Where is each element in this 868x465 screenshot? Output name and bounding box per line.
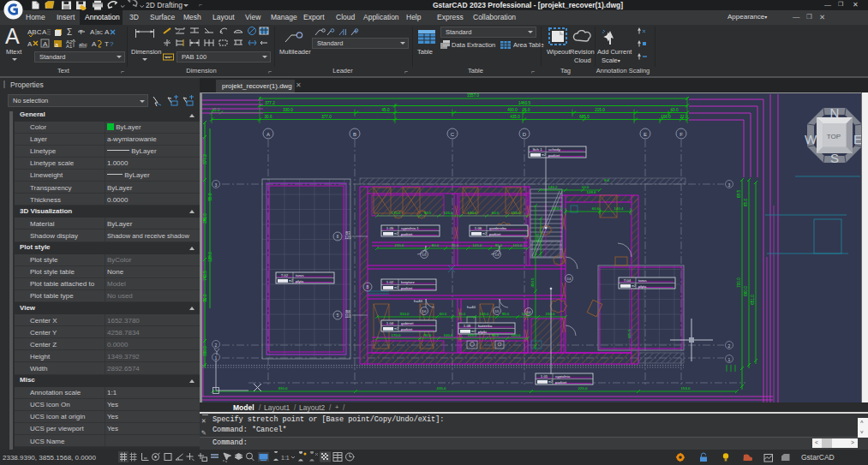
svg-text:100.0: 100.0 (512, 333, 522, 337)
svg-text:424.0: 424.0 (553, 206, 563, 211)
svg-text:8: 8 (355, 29, 357, 34)
svg-text:parkiet: parkiet (548, 153, 560, 158)
svg-text:377.2: 377.2 (203, 154, 207, 164)
svg-text:45.0: 45.0 (213, 108, 220, 112)
svg-text:95.0: 95.0 (502, 312, 510, 316)
svg-text:1:1: 1:1 (281, 455, 290, 461)
svg-text:E: E (644, 132, 647, 137)
svg-text:700.0: 700.0 (737, 277, 741, 288)
svg-text:377.2: 377.2 (265, 101, 275, 105)
svg-text:B: B (353, 132, 356, 137)
svg-text:A: A (27, 40, 33, 48)
svg-text:Sch 1: Sch 1 (532, 147, 542, 152)
svg-text:gabinet: gabinet (401, 321, 414, 325)
svg-text:105.0: 105.0 (444, 211, 454, 215)
svg-text:garderoba: garderoba (489, 226, 507, 230)
svg-text:m2: m2 (542, 153, 546, 157)
svg-text:170.0: 170.0 (392, 211, 402, 215)
svg-text:h=40: h=40 (467, 305, 476, 309)
svg-text:435.0: 435.0 (510, 115, 520, 119)
svg-text:płyta: płyta (296, 279, 304, 283)
svg-text:sypialnia 1: sypialnia 1 (401, 226, 419, 230)
svg-text:742.5: 742.5 (203, 271, 207, 281)
svg-text:105.0: 105.0 (468, 333, 478, 337)
svg-text:685.0: 685.0 (579, 115, 590, 119)
svg-text:105.0: 105.0 (480, 312, 490, 316)
svg-text:140.2: 140.2 (548, 185, 559, 189)
svg-text:3: 3 (728, 182, 731, 188)
svg-text:26.0: 26.0 (523, 108, 530, 112)
svg-text:1.04: 1.04 (386, 321, 394, 325)
svg-text:m2: m2 (482, 232, 487, 235)
svg-text:A: A (266, 132, 270, 137)
svg-text:377.0: 377.0 (321, 115, 332, 119)
svg-text:D6: D6 (422, 309, 427, 313)
svg-text:10.0: 10.0 (582, 185, 590, 189)
svg-text:B: B (366, 285, 368, 289)
svg-text:43.0: 43.0 (671, 108, 679, 112)
svg-text:1557.0: 1557.0 (467, 93, 479, 98)
svg-text:55.0: 55.0 (208, 193, 213, 200)
svg-text:330.0: 330.0 (203, 346, 207, 356)
svg-text:D: D (523, 132, 527, 137)
svg-text:sypialnia: sypialnia (555, 374, 571, 379)
svg-text:płytki: płytki (478, 330, 487, 334)
svg-text:108.6: 108.6 (587, 190, 597, 194)
svg-text:parkiet: parkiet (401, 232, 413, 236)
svg-text:1.06: 1.06 (475, 226, 482, 230)
svg-text:215.0: 215.0 (595, 108, 605, 112)
svg-text:119.5: 119.5 (536, 233, 540, 242)
svg-text:2: 2 (215, 343, 218, 348)
svg-text:105.0: 105.0 (473, 243, 483, 247)
svg-text:m2: m2 (632, 284, 636, 288)
svg-text:A: A (42, 28, 47, 36)
svg-text:BC: BC (97, 30, 103, 35)
svg-text:3: 3 (215, 182, 218, 188)
svg-text:taras: taras (296, 273, 305, 277)
svg-text:C: C (451, 132, 455, 137)
svg-text:łazienka: łazienka (478, 324, 493, 328)
svg-text:100.0: 100.0 (444, 333, 454, 337)
svg-text:110: 110 (344, 314, 351, 319)
svg-text:N: N (830, 105, 840, 120)
svg-text:1.08: 1.08 (464, 324, 471, 328)
svg-text:T.04: T.04 (624, 278, 632, 283)
svg-text:310.0: 310.0 (400, 312, 410, 316)
svg-text:140.4: 140.4 (614, 206, 625, 211)
svg-text:a: a (55, 42, 58, 48)
svg-text:A: A (92, 40, 97, 48)
svg-text:90.0: 90.0 (424, 333, 432, 337)
svg-text:⊷: ⊷ (165, 55, 171, 60)
svg-text:400.0: 400.0 (507, 108, 518, 112)
svg-text:parkiet: parkiet (401, 286, 413, 290)
svg-text:T: T (105, 40, 109, 48)
svg-text:115.5: 115.5 (627, 329, 632, 338)
svg-text:90.0: 90.0 (424, 211, 432, 215)
svg-text:68.5: 68.5 (737, 190, 741, 198)
svg-text:1.01: 1.01 (541, 374, 548, 379)
svg-text:A: A (105, 28, 110, 36)
svg-text:660.0: 660.0 (744, 286, 748, 296)
svg-text:60.6: 60.6 (592, 206, 600, 211)
svg-text:1: 1 (728, 357, 731, 362)
svg-text:80.0: 80.0 (432, 243, 440, 247)
svg-text:T.02: T.02 (281, 273, 289, 277)
svg-text:?: ? (110, 40, 114, 48)
svg-text:153.0: 153.0 (681, 386, 691, 390)
svg-text:76.0: 76.0 (452, 243, 459, 247)
svg-text:E: E (853, 132, 861, 146)
svg-text:128.0: 128.0 (208, 252, 213, 262)
svg-text:TOP: TOP (827, 133, 841, 140)
svg-text:ABC: ABC (27, 28, 42, 36)
svg-text:W: W (805, 132, 817, 146)
svg-text:D3: D3 (494, 253, 500, 257)
svg-text:m2: m2 (289, 279, 293, 283)
svg-text:parkiet: parkiet (401, 327, 413, 331)
svg-text:30.6: 30.6 (265, 115, 272, 119)
svg-text:1.05: 1.05 (386, 226, 394, 230)
svg-text:651.0: 651.0 (751, 295, 755, 305)
svg-text:95.0: 95.0 (492, 333, 500, 337)
svg-text:45.0: 45.0 (382, 108, 390, 112)
svg-text:F: F (679, 132, 683, 137)
svg-text:90.0: 90.0 (203, 294, 207, 301)
